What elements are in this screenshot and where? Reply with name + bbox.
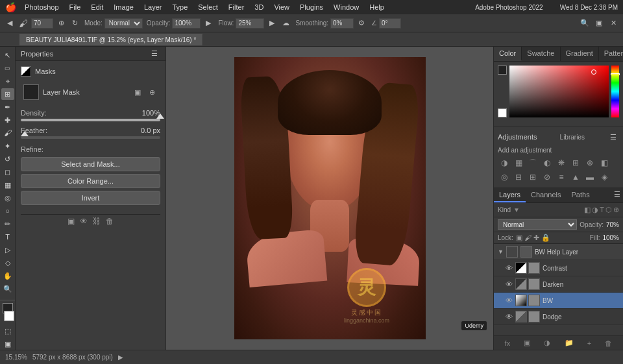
threshold-adj-btn[interactable]: ▲ bbox=[569, 171, 582, 184]
heal-btn[interactable]: ✚ bbox=[1, 114, 14, 126]
airbrush-icon[interactable]: ☁ bbox=[280, 18, 291, 29]
smoothing-options-icon[interactable]: ⚙ bbox=[356, 18, 367, 29]
active-file-tab[interactable]: BEAUTY JULIA8491.TIF @ 15.2% (eyes, Laye… bbox=[19, 34, 203, 45]
vibrance-adj-btn[interactable]: ❋ bbox=[555, 156, 568, 169]
exposure-adj-btn[interactable]: ◐ bbox=[541, 156, 554, 169]
feather-slider-track[interactable] bbox=[21, 136, 160, 139]
lock-transparent-icon[interactable]: ▣ bbox=[516, 234, 522, 242]
tab-color[interactable]: Color bbox=[494, 47, 522, 61]
selective-color-adj-btn[interactable]: ◈ bbox=[598, 171, 611, 184]
menu-plugins[interactable]: Plugins bbox=[296, 2, 327, 12]
eye-icon-darken[interactable]: 👁 bbox=[506, 280, 513, 288]
background-color-box[interactable] bbox=[4, 311, 14, 321]
opacity-arrow-icon[interactable]: ▶ bbox=[202, 18, 214, 29]
foreground-color-swatch[interactable] bbox=[498, 66, 507, 75]
filter-smart-icon[interactable]: ⊕ bbox=[613, 206, 619, 214]
quick-mask-btn[interactable]: ⬚ bbox=[1, 325, 14, 337]
mask-pixel-icon[interactable]: ▣ bbox=[132, 86, 143, 98]
menu-select[interactable]: Select bbox=[194, 2, 222, 12]
lock-all-icon[interactable]: 🔒 bbox=[541, 234, 550, 242]
menu-edit[interactable]: Edit bbox=[87, 2, 107, 12]
layer-row-bw[interactable]: 👁 BW bbox=[494, 293, 623, 309]
photo-filter-adj-btn[interactable]: ◎ bbox=[498, 171, 511, 184]
eye-icon-bw[interactable]: 👁 bbox=[506, 297, 513, 304]
select-and-mask-button[interactable]: Select and Mask... bbox=[21, 157, 160, 171]
menu-layer[interactable]: Layer bbox=[140, 2, 166, 12]
workspace-icon[interactable]: ▣ bbox=[593, 18, 605, 29]
eyedropper-btn[interactable]: ✒ bbox=[1, 101, 14, 113]
hsl-adj-btn[interactable]: ⊞ bbox=[569, 156, 582, 169]
levels-adj-btn[interactable]: ▦ bbox=[512, 156, 525, 169]
invert-button[interactable]: Invert bbox=[21, 191, 160, 205]
move-tool-btn[interactable]: ↖ bbox=[1, 49, 14, 61]
lasso-btn[interactable]: ⌖ bbox=[1, 75, 14, 87]
layer-adj-add-icon[interactable]: ◑ bbox=[544, 339, 550, 347]
prop-eye-icon[interactable]: 👁 bbox=[80, 217, 88, 226]
layer-mask-add-icon[interactable]: ▣ bbox=[524, 339, 530, 347]
invert-adj-btn[interactable]: ⊘ bbox=[541, 171, 554, 184]
crop-btn[interactable]: ⊞ bbox=[1, 88, 14, 100]
brush-options-icon[interactable]: ⊕ bbox=[55, 18, 67, 29]
pen-btn[interactable]: ✏ bbox=[1, 218, 14, 230]
apple-logo-icon[interactable]: 🍎 bbox=[5, 2, 16, 12]
menu-view[interactable]: View bbox=[270, 2, 293, 12]
channel-mixer-adj-btn[interactable]: ⊟ bbox=[512, 171, 525, 184]
flow-arrow-icon[interactable]: ▶ bbox=[266, 18, 278, 29]
color-range-button[interactable]: Color Range... bbox=[21, 174, 160, 188]
eye-icon-dodge[interactable]: 👁 bbox=[506, 313, 513, 321]
path-select-btn[interactable]: ▷ bbox=[1, 244, 14, 256]
brush-tool-icon[interactable]: 🖌 bbox=[18, 18, 29, 29]
menu-file[interactable]: File bbox=[66, 2, 85, 12]
properties-menu-icon[interactable]: ☰ bbox=[149, 48, 160, 60]
color-lookup-adj-btn[interactable]: ⊞ bbox=[526, 171, 539, 184]
tab-patterns[interactable]: Patterns bbox=[599, 47, 623, 61]
menu-type[interactable]: Type bbox=[168, 2, 191, 12]
layer-row-darken[interactable]: 👁 Darken bbox=[494, 276, 623, 293]
filter-text-icon[interactable]: T bbox=[600, 206, 604, 214]
text-btn[interactable]: T bbox=[1, 231, 14, 243]
filter-adj-icon[interactable]: ◑ bbox=[592, 206, 598, 214]
select-rect-btn[interactable]: ▭ bbox=[1, 62, 14, 74]
hand-btn[interactable]: ✋ bbox=[1, 270, 14, 282]
layer-fx-icon[interactable]: fx bbox=[505, 339, 511, 347]
lock-image-icon[interactable]: 🖌 bbox=[524, 234, 531, 242]
opacity-input[interactable] bbox=[172, 18, 201, 29]
prop-trash-icon[interactable]: 🗑 bbox=[106, 217, 114, 226]
blend-mode-dropdown[interactable]: Normal bbox=[498, 219, 577, 230]
mask-vector-icon[interactable]: ⊕ bbox=[146, 86, 158, 98]
close-icon[interactable]: ✕ bbox=[607, 18, 619, 29]
hue-slider[interactable] bbox=[611, 66, 619, 117]
flow-input[interactable] bbox=[236, 18, 264, 29]
brightness-adj-btn[interactable]: ◑ bbox=[498, 156, 511, 169]
menu-image[interactable]: Image bbox=[110, 2, 138, 12]
lock-position-icon[interactable]: ✚ bbox=[533, 234, 539, 242]
layers-panel-menu-icon[interactable]: ☰ bbox=[611, 188, 623, 200]
posterize-adj-btn[interactable]: ≡ bbox=[555, 171, 568, 184]
menu-window[interactable]: Window bbox=[330, 2, 363, 12]
search-icon[interactable]: 🔍 bbox=[579, 18, 591, 29]
background-color-swatch[interactable] bbox=[498, 108, 507, 117]
dodge-btn[interactable]: ○ bbox=[1, 205, 14, 217]
colorbal-adj-btn[interactable]: ⊕ bbox=[583, 156, 596, 169]
menu-3d[interactable]: 3D bbox=[250, 2, 267, 12]
layer-row-dodge[interactable]: 👁 Dodge bbox=[494, 309, 623, 325]
adjustments-menu-icon[interactable]: ☰ bbox=[607, 131, 619, 143]
layer-group-header[interactable]: ▼ BW Help Layer bbox=[494, 244, 623, 260]
bw-adj-btn[interactable]: ◧ bbox=[598, 156, 611, 169]
layer-group-add-icon[interactable]: 📁 bbox=[565, 339, 574, 347]
eraser-btn[interactable]: ◻ bbox=[1, 166, 14, 178]
tab-gradient[interactable]: Gradient bbox=[561, 47, 599, 61]
tab-paths[interactable]: Paths bbox=[567, 188, 595, 202]
layer-new-icon[interactable]: + bbox=[587, 339, 591, 347]
menu-filter[interactable]: Filter bbox=[225, 2, 248, 12]
layer-row-contrast[interactable]: 👁 Contrast bbox=[494, 260, 623, 276]
prop-link-icon[interactable]: ⛓ bbox=[93, 217, 101, 226]
menu-help[interactable]: Help bbox=[365, 2, 388, 12]
mode-dropdown[interactable]: Normal bbox=[104, 18, 143, 29]
density-slider-track[interactable] bbox=[21, 119, 160, 121]
zoom-btn[interactable]: 🔍 bbox=[1, 283, 14, 295]
brush-angle-icon[interactable]: ↻ bbox=[69, 18, 80, 29]
brush-size-input[interactable] bbox=[31, 18, 53, 29]
layer-delete-icon[interactable]: 🗑 bbox=[605, 339, 612, 347]
clone-btn[interactable]: ✦ bbox=[1, 140, 14, 152]
